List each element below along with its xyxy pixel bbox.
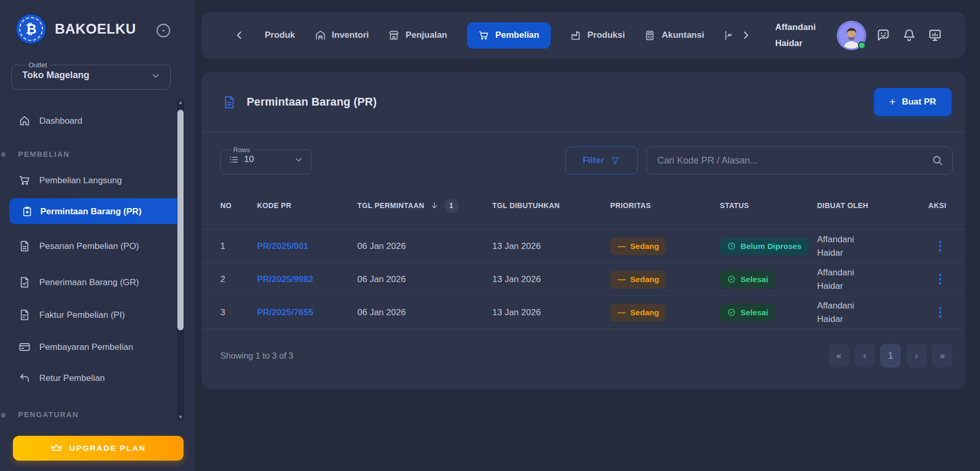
- rows-label: Rows: [230, 146, 253, 154]
- dash-icon: —: [617, 308, 626, 317]
- previous-page-button[interactable]: ‹: [854, 344, 875, 367]
- search-field: [646, 146, 953, 174]
- sidebar-item-permintaan-barang[interactable]: Permintaan Barang (PR): [9, 198, 183, 224]
- status-badge: Belum Diproses: [720, 238, 809, 255]
- sidebar-item-label: Pesanan Pembelian (PO): [39, 238, 143, 255]
- status-badge: Selesai: [720, 271, 775, 288]
- bell-icon[interactable]: [902, 28, 916, 42]
- document-icon: [19, 240, 31, 252]
- sort-order-badge: 1: [444, 198, 459, 213]
- column-header-tgl-dibutuhkan: TGL DIBUTUHKAN: [492, 201, 560, 210]
- table-header-row: NO KODE PR TGL PERMINTAAN 1 TGL DIBUTUHK…: [202, 174, 965, 230]
- brand-name: BAKOELKU: [55, 21, 136, 37]
- module-tabs: Produk Inventori Penjualan Pembelian Pro: [234, 22, 751, 49]
- priority-label: Sedang: [630, 308, 659, 317]
- column-header-tgl-permintaan[interactable]: TGL PERMINTAAN 1: [357, 198, 492, 213]
- pr-code-link[interactable]: PR/2025/7655: [257, 307, 357, 318]
- chevron-right-icon[interactable]: [740, 30, 751, 41]
- tab-inventori[interactable]: Inventori: [315, 30, 369, 41]
- cell-tgl-dibutuhkan: 13 Jan 2026: [492, 274, 610, 285]
- priority-label: Sedang: [630, 242, 659, 251]
- table-row: 1 PR/2025/001 06 Jan 2026 13 Jan 2026 — …: [202, 230, 965, 263]
- outlet-value: Toko Magelang: [22, 70, 89, 81]
- scroll-up-icon[interactable]: ▲: [177, 99, 184, 106]
- sidebar-item-pesanan-pembelian[interactable]: Pesanan Pembelian (PO): [19, 228, 143, 264]
- chevron-down-icon: [150, 70, 161, 81]
- outlet-select[interactable]: Outlet Toko Magelang: [11, 61, 171, 90]
- row-actions-kebab-icon[interactable]: [934, 239, 947, 254]
- row-actions-kebab-icon[interactable]: [934, 305, 947, 320]
- sort-descending-icon: [430, 201, 439, 210]
- sidebar-item-pembayaran-pembelian[interactable]: Pembayaran Pembelian: [19, 336, 133, 357]
- user-area: Affandani Haidar: [775, 19, 942, 51]
- scroll-down-icon[interactable]: ▼: [177, 414, 184, 421]
- status-badge: Selesai: [720, 304, 775, 321]
- chat-icon[interactable]: [876, 28, 891, 42]
- tab-label: Produk: [265, 30, 295, 40]
- avatar[interactable]: [838, 22, 865, 49]
- clipboard-plus-icon: [22, 206, 33, 217]
- tab-akuntansi[interactable]: Akuntansi: [644, 30, 704, 41]
- outlet-label: Outlet: [25, 61, 50, 69]
- tab-label: Pembelian: [495, 30, 539, 40]
- sidebar-item-label: Penerimaan Barang (GR): [39, 274, 143, 291]
- row-actions-kebab-icon[interactable]: [934, 272, 947, 287]
- priority-badge: — Sedang: [610, 238, 666, 255]
- upgrade-plan-button[interactable]: UPGRADE PLAN: [13, 436, 184, 461]
- search-icon[interactable]: [931, 154, 943, 166]
- cell-tgl-dibutuhkan: 13 Jan 2026: [492, 307, 610, 318]
- priority-badge: — Sedang: [610, 271, 666, 288]
- crown-icon: [51, 443, 62, 454]
- create-pr-button[interactable]: + Buat PR: [874, 88, 952, 116]
- brand-logo-icon: ₿: [17, 14, 46, 43]
- cell-dibuat-oleh: Affandani Haidar: [817, 266, 877, 293]
- pr-code-link[interactable]: PR/2025/001: [257, 241, 357, 252]
- chevron-left-icon[interactable]: [234, 30, 245, 41]
- sidebar-collapse-icon[interactable]: [155, 22, 172, 39]
- cell-tgl-permintaan: 06 Jan 2026: [357, 307, 492, 318]
- dash-icon: —: [617, 242, 626, 251]
- tab-produksi[interactable]: Produksi: [570, 30, 625, 41]
- rows-per-page-select[interactable]: Rows 10: [220, 146, 311, 174]
- return-arrow-icon: [19, 372, 31, 384]
- cell-no: 2: [220, 274, 257, 285]
- sidebar-item-penerimaan-barang[interactable]: Penerimaan Barang (GR): [19, 264, 143, 300]
- dash-icon: —: [617, 275, 626, 284]
- current-page-button[interactable]: 1: [880, 344, 901, 367]
- cart-icon: [478, 30, 489, 41]
- priority-label: Sedang: [630, 275, 659, 284]
- status-label: Belum Diproses: [741, 242, 802, 251]
- column-header-no: NO: [220, 200, 257, 211]
- cart-icon: [19, 174, 31, 186]
- column-header-dibuat-oleh: DIBUAT OLEH: [817, 200, 927, 211]
- column-header-status: STATUS: [720, 200, 817, 211]
- first-page-button[interactable]: «: [828, 344, 849, 367]
- monitor-icon[interactable]: [928, 28, 942, 42]
- tab-pembelian[interactable]: Pembelian: [467, 22, 551, 49]
- filter-button[interactable]: Filter: [565, 146, 638, 174]
- home-icon: [19, 115, 31, 127]
- sidebar: ₿ BAKOELKU Outlet Toko Magelang Dashboar…: [0, 0, 195, 471]
- create-pr-label: Buat PR: [902, 97, 936, 107]
- search-input[interactable]: [646, 146, 953, 174]
- sidebar-item-retur-pembelian[interactable]: Retur Pembelian: [19, 367, 105, 388]
- check-circle-icon: [727, 275, 736, 284]
- last-page-button[interactable]: »: [932, 344, 953, 367]
- analytics-chart-icon[interactable]: [724, 30, 732, 41]
- next-page-button[interactable]: ›: [906, 344, 927, 367]
- sidebar-item-pembelian-langsung[interactable]: Pembelian Langsung: [19, 170, 122, 190]
- sidebar-section-pengaturan: PENGATURAN: [18, 410, 79, 419]
- pr-code-link[interactable]: PR/2025/9982: [257, 274, 357, 285]
- sidebar-item-label: Permintaan Barang (PR): [40, 203, 142, 220]
- document-check-icon: [19, 276, 31, 288]
- sidebar-scrollbar[interactable]: ▲ ▼: [177, 98, 184, 421]
- sidebar-item-faktur-pembelian[interactable]: Faktur Pembelian (PI): [19, 304, 125, 325]
- tab-label: Produksi: [587, 30, 625, 40]
- scrollbar-thumb[interactable]: [177, 110, 184, 330]
- check-circle-icon: [727, 308, 736, 317]
- table-toolbar: Rows 10 Filter: [220, 146, 953, 174]
- sidebar-item-dashboard[interactable]: Dashboard: [19, 110, 82, 131]
- panel-header: Permintaan Barang (PR) + Buat PR: [202, 72, 965, 133]
- tab-penjualan[interactable]: Penjualan: [388, 30, 447, 41]
- tab-produk[interactable]: Produk: [265, 30, 295, 40]
